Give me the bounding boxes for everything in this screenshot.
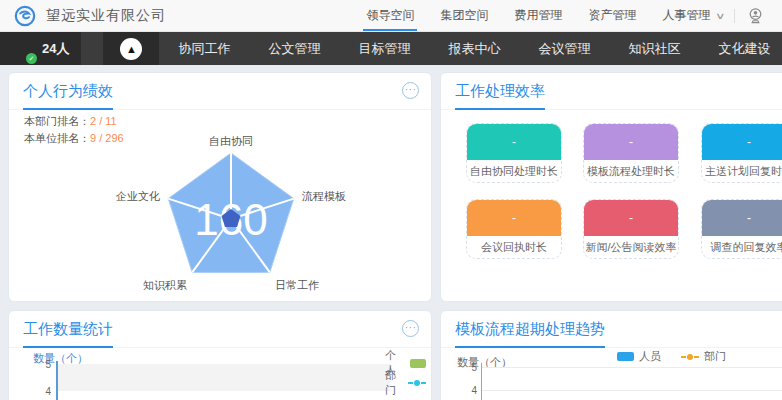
nav-item-culture[interactable]: 文化建设 [699,32,782,65]
nav-label: 报表中心 [448,40,500,58]
nav-label: 公文管理 [268,40,320,58]
efficiency-card-news-reading[interactable]: - 新闻/公告阅读效率 [583,199,679,259]
panel-more-button[interactable]: ··· [402,82,419,99]
nav-item-collaboration[interactable]: 协同工作 [159,32,249,65]
y-tick-5: 5 [35,359,51,370]
card-label: 会议回执时长 [467,236,561,258]
panel-work-count: 工作数量统计 ··· 数量（个） 5 4 个人 部门 [8,310,432,400]
card-value: - [702,200,782,236]
radar-label-culture: 企业文化 [115,190,160,202]
legend-rect-swatch [617,352,634,361]
legend-rect-swatch [410,359,426,368]
efficiency-card-template-flow[interactable]: - 模板流程处理时长 [583,123,679,183]
app-logo-icon[interactable]: ▲ [120,38,142,60]
y-tick-4: 4 [461,385,477,396]
user-block[interactable]: ✓ 24人 [0,32,81,65]
card-label: 模板流程处理时长 [584,160,678,182]
top-menu-label: 集团空间 [440,7,488,24]
legend-department[interactable]: 部门 [385,368,431,398]
nav-item-goals[interactable]: 目标管理 [339,32,429,65]
panel-more-button[interactable]: ··· [402,320,419,337]
card-label: 自由协同处理时长 [467,160,561,182]
nav-label: 目标管理 [358,40,410,58]
online-check-icon: ✓ [26,53,37,64]
top-menu-item-assets[interactable]: 资产管理 [575,0,649,31]
card-value: - [467,200,561,236]
legend-department[interactable]: 部门 [681,349,726,364]
top-menu-item-leader-space[interactable]: 领导空间 [353,0,427,31]
company-logo-icon [14,5,36,27]
panel-header: 工作数量统计 [9,311,431,348]
nav-spacer [81,32,103,65]
panel-work-efficiency: 工作处理效率 - 自由协同处理时长 - 模板流程处理时长 - 主送计划回复时长 … [440,72,782,302]
panel-title: 模板流程超期处理趋势 [455,320,605,348]
panel-header: 工作处理效率 [441,73,782,110]
efficiency-card-free-collab[interactable]: - 自由协同处理时长 [466,123,562,183]
radar-label-daily-work: 日常工作 [275,279,319,291]
panel-header: 模板流程超期处理趋势 [441,311,782,348]
company-name: 望远实业有限公司 [46,7,166,25]
top-menu-label: 领导空间 [366,7,414,24]
y-tick-5: 5 [461,362,477,373]
chevron-down-icon[interactable]: ∨ [715,11,726,21]
top-menu-label: 资产管理 [588,7,636,24]
top-menu-label: 人事管理 [662,7,710,24]
panel-overdue-trend: 模板流程超期处理趋势 数量（个） 5 4 人员 部门 [440,310,782,400]
card-value: - [584,124,678,160]
radar-label-free-collab: 自由协同 [209,135,253,147]
active-underline [363,29,417,31]
efficiency-card-survey-reply[interactable]: - 调查的回复效率 [701,199,782,259]
legend-label: 部门 [704,349,726,364]
top-menu-item-expense[interactable]: 费用管理 [501,0,575,31]
nav-item-knowledge[interactable]: 知识社区 [609,32,699,65]
nav-label: 知识社区 [628,40,680,58]
panel-title: 工作数量统计 [23,320,113,348]
panel-personal-performance: 个人行为绩效 ··· 本部门排名：2 / 11 本单位排名：9 / 296 16… [8,72,432,302]
main-nav: ✓ 24人 ▲ 协同工作 公文管理 目标管理 报表中心 会议管理 知识社区 文化… [0,32,782,65]
nav-items: 协同工作 公文管理 目标管理 报表中心 会议管理 知识社区 文化建设 分析云 协… [159,32,782,65]
user-count-badge[interactable]: 24人 [42,40,69,58]
nav-item-official-docs[interactable]: 公文管理 [249,32,339,65]
legend-line-dot-marker [408,380,426,386]
top-menu-item-hr[interactable]: 人事管理 [649,0,723,31]
efficiency-card-plan-reply[interactable]: - 主送计划回复时长 [701,123,782,183]
divider [734,9,735,23]
nav-item-reports[interactable]: 报表中心 [429,32,519,65]
radar-label-flow-template: 流程模板 [301,190,346,202]
card-value: - [467,124,561,160]
legend-label: 部门 [385,368,403,398]
top-menu-label: 费用管理 [514,7,562,24]
card-label: 新闻/公告阅读效率 [584,236,678,258]
nav-label: 文化建设 [718,40,770,58]
radar-label-knowledge: 知识积累 [143,279,187,291]
nav-label: 会议管理 [538,40,590,58]
top-menu-item-group-space[interactable]: 集团空间 [427,0,501,31]
legend-personnel[interactable]: 人员 [617,349,661,364]
nav-item-meetings[interactable]: 会议管理 [519,32,609,65]
top-bar: 望远实业有限公司 领导空间 集团空间 费用管理 资产管理 人事管理 ∨ [0,0,782,32]
gridline [482,367,782,368]
card-label: 调查的回复效率 [702,236,782,258]
app-launcher-block[interactable]: ▲ [103,32,159,65]
y-axis-line [481,363,482,400]
legend-label: 人员 [639,349,661,364]
card-label: 主送计划回复时长 [702,160,782,182]
plot-band [58,364,390,391]
personal-space-icon[interactable] [747,7,764,24]
card-value: - [584,200,678,236]
top-menu: 领导空间 集团空间 费用管理 资产管理 人事管理 ∨ [353,0,768,31]
nav-label: 协同工作 [178,40,230,58]
gridline [482,390,782,391]
y-tick-4: 4 [35,386,51,397]
efficiency-card-meeting-receipt[interactable]: - 会议回执时长 [466,199,562,259]
legend-line-dot-marker [681,354,699,360]
radar-chart[interactable]: 160 自由协同 流程模板 日常工作 知识积累 企业文化 [9,101,433,303]
card-value: - [702,124,782,160]
panel-title: 工作处理效率 [455,82,545,110]
